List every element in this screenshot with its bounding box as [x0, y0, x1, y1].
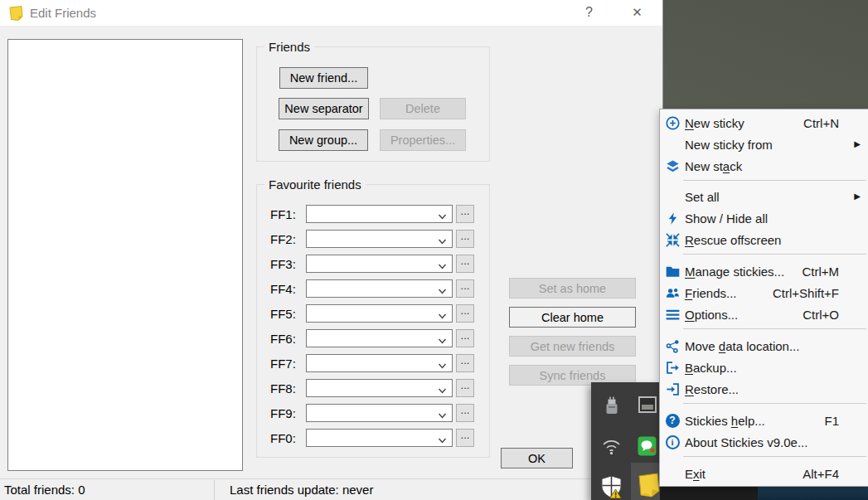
menu-separator: [683, 180, 866, 181]
last-update-status: Last friends update: never: [230, 483, 373, 497]
menu-item-stickies-help[interactable]: ? Stickies help... F1: [660, 410, 868, 431]
clear-home-button[interactable]: Clear home: [509, 307, 636, 328]
info-circle-icon: i: [664, 434, 681, 450]
stickies-context-menu: New sticky Ctrl+N New sticky from ▶ New …: [659, 109, 868, 487]
security-shield-icon[interactable]: [600, 475, 623, 500]
menu-item-set-all[interactable]: Set all ▶: [660, 186, 868, 207]
ff3-browse-button[interactable]: ...: [456, 255, 474, 273]
desktop: Edit Friends ? ✕ Friends New friend... N…: [0, 0, 868, 500]
ok-button[interactable]: OK: [501, 448, 573, 468]
menu-item-move-data-location[interactable]: Move data location...: [660, 335, 868, 357]
menu-item-label: Friends...: [685, 286, 737, 300]
taskbar-strip: [758, 487, 868, 500]
close-button[interactable]: ✕: [618, 0, 656, 25]
ff8-row: FF8: ...: [257, 379, 491, 399]
menu-item-backup[interactable]: Backup...: [660, 357, 868, 378]
menu-item-options[interactable]: Options... Ctrl+O: [660, 303, 868, 325]
menu-item-label: Manage stickies...: [685, 265, 784, 279]
ff6-combobox[interactable]: [306, 329, 453, 347]
dialog-titlebar[interactable]: Edit Friends ? ✕: [0, 0, 662, 26]
friends-listbox[interactable]: [7, 39, 243, 471]
favourite-friends-groupbox: Favourite friends FF1: ... FF2: ... FF3:…: [256, 184, 490, 458]
menu-item-label: Set all: [685, 190, 720, 204]
tray-overflow-popup: [591, 382, 663, 500]
menu-shortcut: Ctrl+M: [802, 265, 839, 279]
menu-shortcut: F1: [824, 414, 839, 428]
menu-item-restore[interactable]: Restore...: [660, 378, 868, 400]
window-icon[interactable]: [638, 395, 657, 418]
ff3-label: FF3:: [270, 257, 296, 271]
ff9-label: FF9:: [270, 406, 296, 420]
help-button[interactable]: ?: [570, 0, 608, 25]
ff5-row: FF5: ...: [257, 304, 491, 324]
chevron-down-icon: [438, 235, 447, 244]
menu-item-new-stack[interactable]: New stack: [660, 155, 868, 177]
stickies-app-icon: [7, 4, 25, 22]
ff4-label: FF4:: [270, 282, 296, 296]
ff7-combobox[interactable]: [306, 354, 453, 372]
ff1-label: FF1:: [270, 207, 296, 221]
menu-item-label: New sticky from: [685, 138, 773, 152]
menu-item-label: Restore...: [685, 382, 739, 396]
chevron-down-icon: [438, 409, 447, 418]
ff1-row: FF1: ...: [257, 205, 491, 225]
chevron-down-icon: [438, 309, 447, 318]
menu-item-exit[interactable]: Exit Alt+F4: [660, 463, 868, 484]
chat-icon[interactable]: [638, 436, 657, 459]
ff8-combobox[interactable]: [306, 379, 453, 397]
menu-item-label: Stickies help...: [685, 414, 765, 428]
ff0-combobox[interactable]: [306, 429, 453, 447]
menu-item-manage-stickies[interactable]: Manage stickies... Ctrl+M: [660, 260, 868, 282]
collapse-arrows-icon: [664, 231, 681, 248]
ff0-row: FF0: ...: [257, 429, 491, 449]
edit-friends-dialog: Edit Friends ? ✕ Friends New friend... N…: [0, 0, 663, 500]
wifi-icon[interactable]: [600, 434, 623, 461]
friends-group-label: Friends: [264, 40, 314, 54]
menu-item-label: Options...: [685, 308, 738, 322]
menu-item-show-hide-all[interactable]: Show / Hide all: [660, 207, 868, 229]
menu-separator: [683, 254, 866, 255]
ff7-browse-button[interactable]: ...: [456, 354, 474, 372]
ff4-combobox[interactable]: [306, 279, 453, 298]
ff6-browse-button[interactable]: ...: [456, 329, 474, 347]
people-icon: [664, 284, 681, 301]
ff6-row: FF6: ...: [257, 329, 491, 349]
menu-item-new-sticky-from[interactable]: New sticky from ▶: [660, 133, 868, 155]
ff1-browse-button[interactable]: ...: [456, 205, 474, 223]
menu-item-new-sticky[interactable]: New sticky Ctrl+N: [660, 112, 868, 133]
menu-item-label: New stack: [685, 159, 742, 173]
new-separator-button[interactable]: New separator: [279, 98, 369, 119]
set-as-home-button[interactable]: Set as home: [509, 278, 636, 299]
properties-button[interactable]: Properties...: [380, 129, 466, 151]
chevron-down-icon: [438, 260, 447, 269]
ff5-browse-button[interactable]: ...: [456, 304, 474, 323]
ff8-label: FF8:: [270, 381, 296, 396]
ff9-combobox[interactable]: [306, 404, 453, 422]
chevron-down-icon: [438, 334, 447, 343]
new-friend-button[interactable]: New friend...: [279, 67, 368, 89]
ff2-label: FF2:: [270, 232, 296, 246]
ff5-combobox[interactable]: [306, 304, 453, 323]
new-group-button[interactable]: New group...: [279, 129, 368, 151]
ff2-browse-button[interactable]: ...: [456, 230, 474, 248]
ff1-combobox[interactable]: [306, 205, 453, 223]
menu-item-about-stickies[interactable]: i About Stickies v9.0e...: [660, 431, 868, 453]
ff0-browse-button[interactable]: ...: [456, 429, 474, 447]
delete-button[interactable]: Delete: [380, 98, 466, 119]
menu-item-rescue-offscreen[interactable]: Rescue offscreen: [660, 229, 868, 250]
get-new-friends-button[interactable]: Get new friends: [509, 336, 636, 357]
stack-icon: [664, 158, 681, 174]
ff3-combobox[interactable]: [306, 255, 453, 273]
ff9-browse-button[interactable]: ...: [456, 404, 474, 422]
ff2-combobox[interactable]: [306, 230, 453, 248]
menu-item-label: New sticky: [685, 116, 744, 130]
export-arrow-icon: [664, 359, 681, 376]
total-friends-status: Total friends: 0: [4, 483, 85, 497]
menu-lines-icon: [664, 306, 681, 323]
bolt-icon: [664, 210, 681, 226]
ff4-browse-button[interactable]: ...: [456, 279, 474, 298]
usb-icon[interactable]: [603, 396, 621, 419]
menu-item-friends[interactable]: Friends... Ctrl+Shift+F: [660, 282, 868, 303]
ff8-browse-button[interactable]: ...: [456, 379, 474, 397]
menu-item-label: Exit: [685, 467, 706, 481]
